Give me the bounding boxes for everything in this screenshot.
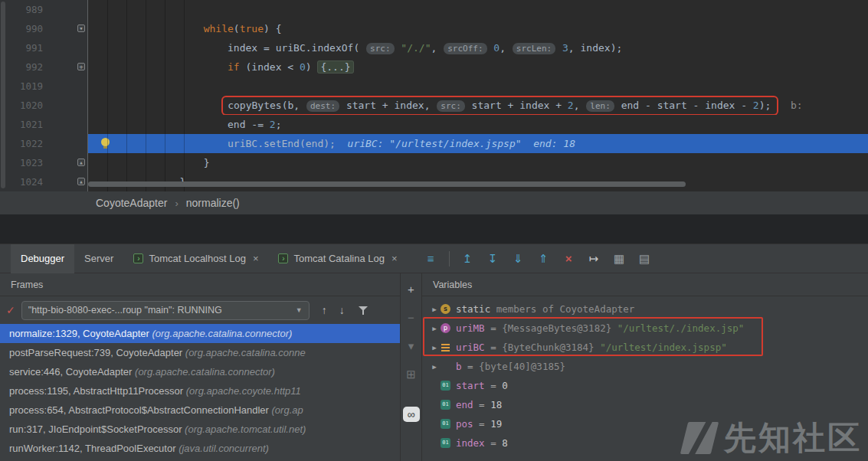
- breadcrumb-class[interactable]: CoyoteAdapter: [96, 197, 167, 209]
- watches-infinity-icon[interactable]: ∞: [403, 407, 420, 422]
- add-watch-icon[interactable]: +: [408, 284, 414, 295]
- thread-dropdown-value: "http-bio-8080-exec-...roup "main": RUNN…: [28, 305, 222, 316]
- fold-end-icon[interactable]: ▴: [77, 159, 85, 166]
- chevron-down-icon: ▼: [291, 306, 303, 314]
- editor-gutter[interactable]: 1023▴: [0, 153, 88, 172]
- step-over-icon[interactable]: ↧: [480, 252, 506, 266]
- step-into-icon[interactable]: ⇓: [506, 252, 531, 266]
- editor-gutter[interactable]: 1022: [0, 134, 88, 153]
- mute-breakpoints-icon[interactable]: ▤: [632, 252, 657, 266]
- code-text: if (index < 0) {...}: [88, 57, 868, 77]
- line-number[interactable]: 1022: [0, 134, 43, 153]
- p-variable-icon: p: [441, 323, 450, 333]
- close-icon[interactable]: ×: [391, 253, 398, 264]
- horizontal-scrollbar[interactable]: [88, 181, 686, 187]
- step-out-icon[interactable]: ⇑: [531, 252, 556, 266]
- view-breakpoints-icon[interactable]: ▦: [607, 252, 632, 266]
- tab-server[interactable]: Server: [74, 244, 123, 273]
- code-text: copyBytes(b, dest: start + index, src: s…: [88, 96, 868, 115]
- show-execution-point-icon[interactable]: ↥: [455, 252, 480, 266]
- editor-gutter[interactable]: 992+: [0, 57, 88, 77]
- tab-debugger[interactable]: Debugger: [11, 244, 74, 273]
- line-number[interactable]: 1024: [0, 172, 43, 191]
- code-text: while(true) {: [88, 19, 868, 38]
- expand-arrow-icon[interactable]: ▶: [428, 363, 441, 371]
- code-line: 991 index = uriBC.indexOf( src: "/./", s…: [0, 38, 868, 57]
- code-line: 992+ if (index < 0) {...}: [0, 57, 868, 77]
- variable-row[interactable]: ▶uriBC = {ByteChunk@3184} "/urltest/inde…: [422, 338, 868, 357]
- stack-frame-row[interactable]: run:317, JIoEndpoint$SocketProcessor (or…: [0, 420, 400, 439]
- expand-arrow-icon[interactable]: ▶: [428, 325, 441, 332]
- move-watch-down-icon[interactable]: ▾: [408, 341, 414, 351]
- code-line: 990▾ while(true) {: [0, 19, 868, 38]
- fold-end-icon[interactable]: ▴: [77, 178, 85, 185]
- line-number[interactable]: 991: [0, 38, 43, 57]
- stack-frame-row[interactable]: postParseRequest:739, CoyoteAdapter (org…: [0, 343, 400, 362]
- tab-tomcat-localhost-log[interactable]: ›Tomcat Localhost Log×: [123, 244, 268, 273]
- variable-row[interactable]: 01pos = 19: [422, 414, 868, 433]
- debug-panes: Frames ✓ "http-bio-8080-exec-...roup "ma…: [0, 273, 868, 461]
- frame-up-icon[interactable]: ↑: [322, 304, 327, 316]
- run-to-cursor-icon[interactable]: ↦: [581, 252, 607, 266]
- code-editor: 989990▾ while(true) {991 index = uriBC.i…: [0, 0, 868, 191]
- tab-tomcat-catalina-log[interactable]: ›Tomcat Catalina Log×: [268, 244, 407, 273]
- code-line: 1020 copyBytes(b, dest: start + index, s…: [0, 96, 868, 115]
- editor-gutter[interactable]: 991: [0, 38, 88, 57]
- editor-gutter[interactable]: 1019: [0, 77, 88, 96]
- duplicate-watch-icon[interactable]: ⊞: [406, 369, 416, 380]
- prim-variable-icon: 01: [441, 419, 450, 429]
- expand-arrow-icon[interactable]: ▶: [428, 306, 441, 313]
- editor-gutter[interactable]: 1021: [0, 115, 88, 134]
- stack-frame-row[interactable]: process:654, AbstractProtocol$AbstractCo…: [0, 401, 400, 420]
- editor-gutter[interactable]: 1020: [0, 96, 88, 115]
- watches-toolbar-strip: +−▾⊞∞: [401, 273, 422, 461]
- code-text: end -= 2;: [88, 115, 868, 134]
- code-content: end -= 2;: [90, 119, 281, 130]
- line-number[interactable]: 992: [0, 57, 43, 77]
- breadcrumb-method[interactable]: normalize(): [186, 197, 240, 209]
- code-line: 989: [0, 0, 868, 19]
- code-content: copyBytes(b, dest: start + index, src: s…: [90, 96, 803, 115]
- thread-dropdown[interactable]: "http-bio-8080-exec-...roup "main": RUNN…: [21, 301, 310, 320]
- remove-watch-icon[interactable]: −: [408, 312, 414, 323]
- fold-open-icon[interactable]: ▾: [77, 25, 85, 32]
- field-variable-icon: [441, 342, 450, 352]
- stack-frame-row[interactable]: process:1195, AbstractHttp11Processor (o…: [0, 381, 400, 401]
- code-line: 1022 uriBC.setEnd(end); uriBC: "/urltest…: [0, 134, 868, 153]
- stack-frame-row[interactable]: normalize:1329, CoyoteAdapter (org.apach…: [0, 324, 400, 343]
- editor-gutter[interactable]: 990▾: [0, 19, 88, 38]
- line-number[interactable]: 1023: [0, 153, 43, 172]
- variable-row[interactable]: 01index = 8: [422, 433, 868, 453]
- variable-row[interactable]: 01end = 18: [422, 395, 868, 414]
- editor-gutter[interactable]: 989: [0, 0, 88, 19]
- hide-frames-filter-icon[interactable]: [359, 306, 368, 316]
- close-icon[interactable]: ×: [253, 253, 259, 264]
- layout-menu-icon[interactable]: ≡: [418, 252, 444, 265]
- vertical-scrollbar[interactable]: [1, 2, 5, 188]
- line-number[interactable]: 989: [0, 0, 43, 19]
- frames-list: normalize:1329, CoyoteAdapter (org.apach…: [0, 324, 400, 461]
- breadcrumb: CoyoteAdapter›normalize(): [0, 191, 868, 214]
- frame-down-icon[interactable]: ↓: [339, 304, 345, 316]
- editor-gutter[interactable]: 1024▴: [0, 172, 88, 191]
- line-number[interactable]: 1019: [0, 77, 43, 96]
- line-number[interactable]: 1021: [0, 115, 43, 134]
- variable-row[interactable]: ▶puriMB = {MessageBytes@3182} "/urltest/…: [422, 319, 868, 338]
- fold-plus-icon[interactable]: +: [77, 63, 85, 70]
- breadcrumb-separator-icon: ›: [175, 198, 178, 209]
- drop-frame-icon[interactable]: ×: [556, 252, 581, 265]
- intention-bulb-icon[interactable]: [100, 138, 111, 149]
- stack-frame-row[interactable]: runWorker:1142, ThreadPoolExecutor (java…: [0, 439, 400, 458]
- code-line: 1023▴ }: [0, 153, 868, 172]
- variable-row[interactable]: 01start = 0: [422, 376, 868, 395]
- code-line: 1021 end -= 2;: [0, 115, 868, 134]
- variable-row[interactable]: ▶b = {byte[40]@3185}: [422, 357, 868, 376]
- expand-arrow-icon[interactable]: ▶: [428, 344, 441, 351]
- line-number[interactable]: 1020: [0, 96, 43, 115]
- toolbar-separator: [449, 251, 450, 266]
- stack-frame-row[interactable]: service:446, CoyoteAdapter (org.apache.c…: [0, 362, 400, 381]
- code-text: [88, 77, 868, 96]
- line-number[interactable]: 990: [0, 19, 43, 38]
- variable-row[interactable]: ▶sstatic members of CoyoteAdapter: [422, 299, 868, 319]
- code-line: 1019: [0, 77, 868, 96]
